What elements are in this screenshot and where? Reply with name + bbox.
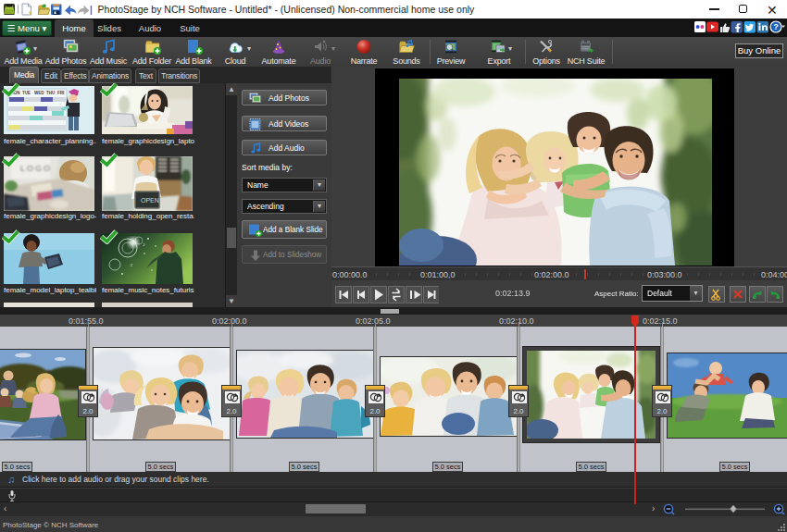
svg-text:FRI: FRI xyxy=(57,91,64,95)
svg-text:LOGO: LOGO xyxy=(20,164,52,173)
svg-text:WED: WED xyxy=(34,91,44,95)
svg-text:?: ? xyxy=(773,22,779,31)
svg-text:OPEN: OPEN xyxy=(141,197,159,204)
svg-text:♪: ♪ xyxy=(143,241,145,247)
svg-text:♫: ♫ xyxy=(130,262,133,267)
svg-text:TUE: TUE xyxy=(22,91,31,95)
svg-text:THU: THU xyxy=(46,91,55,95)
